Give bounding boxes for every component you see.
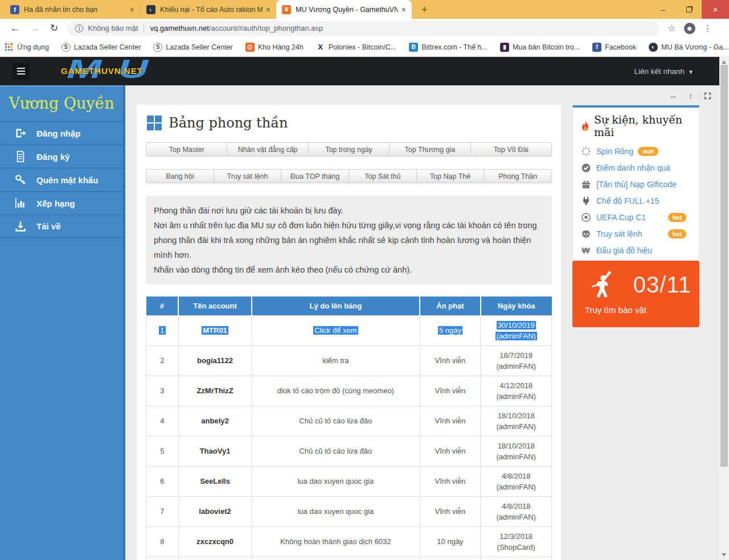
- table-row[interactable]: 3 ZzMrThizZ dlok tố cáo trộm đồ (cùng me…: [146, 376, 552, 406]
- back-icon[interactable]: ←: [10, 23, 20, 34]
- tab-close-icon[interactable]: ×: [130, 5, 134, 14]
- table-row[interactable]: 8 zxczxcqn0 Không hoàn thành giao dịch 6…: [146, 526, 552, 557]
- tab-top-vo-dai[interactable]: Top Võ Đài: [471, 142, 552, 157]
- col-penalty: Án phạt: [420, 297, 481, 315]
- event-nap-giftcode[interactable]: [Tân thủ] Nạp Giftcode: [581, 176, 691, 192]
- ban-reason[interactable]: Chủ cũ tố cáo lừa đảo: [252, 436, 420, 466]
- url-field[interactable]: i Không bảo mật vq.gamethuvn.net/account…: [67, 21, 660, 36]
- tab-phong-than[interactable]: Phong Thần: [484, 169, 552, 183]
- sidebar-item-label: Đăng ký: [36, 152, 69, 162]
- table-row[interactable]: 6 SeeLells lua dao xuyen quoc gia Vĩnh v…: [146, 466, 552, 496]
- bookmark-label: MU Bá Vương - Ga...: [661, 43, 729, 51]
- reload-icon[interactable]: ↻: [50, 22, 58, 34]
- bookmark-facebook[interactable]: f Facebook: [592, 43, 636, 52]
- hamburger-menu-icon[interactable]: [13, 63, 30, 80]
- row-num: 4: [146, 406, 179, 436]
- tab-nhan-vat-dang-cap[interactable]: Nhân vật đẳng cấp: [227, 142, 308, 157]
- table-row[interactable]: 4 anbely2 Chủ cũ tố cáo lừa đảo Vĩnh viễ…: [146, 406, 552, 436]
- scroll-up-icon[interactable]: [722, 60, 726, 64]
- browser-tab-active[interactable]: ♛ MU Vương Quyền - GamethuVN ×: [276, 0, 412, 19]
- tab-top-thuong-gia[interactable]: Top Thương gia: [390, 142, 470, 157]
- fullscreen-icon[interactable]: [699, 91, 716, 100]
- site-logo[interactable]: MU GAMETHUVN.NET: [61, 57, 232, 85]
- event-spin-rong[interactable]: Spin Rồng mới: [581, 143, 691, 159]
- bookmark-muaban[interactable]: ▮ Mua bán Bitcoin tro...: [500, 43, 580, 52]
- penalty: 10 ngày: [420, 526, 481, 557]
- ban-admin: (adminFAN): [497, 362, 536, 370]
- facebook-icon: f: [592, 43, 601, 52]
- ban-reason[interactable]: Tạm khóa: [252, 557, 420, 560]
- ban-reason[interactable]: kiểm tra: [252, 345, 420, 376]
- info-icon[interactable]: i: [75, 24, 83, 32]
- tab-bang-hoi[interactable]: Bang hội: [146, 169, 214, 183]
- bitcoin-icon: ▮: [500, 43, 509, 52]
- browser-tab-1[interactable]: f Ha đã nhắn tin cho bạn ×: [5, 0, 140, 19]
- table-row[interactable]: 1 MTR01 Click để xem 5 ngày 30/10/2019(a…: [146, 315, 552, 345]
- forward-icon[interactable]: →: [30, 23, 40, 34]
- bookmark-apps[interactable]: Ứng dụng: [5, 43, 49, 52]
- tab-top-nap-the[interactable]: Top Nạp Thẻ: [417, 169, 485, 183]
- sidebar-item-ranking[interactable]: Xếp hạng: [0, 191, 123, 215]
- gift-icon: [581, 179, 591, 189]
- new-tab-button[interactable]: +: [416, 2, 432, 18]
- close-button[interactable]: ×: [702, 0, 729, 19]
- account-name: laboviet2: [178, 496, 251, 526]
- events-title-row: Sự kiện, khuyến mãi: [581, 113, 691, 143]
- key-icon: [15, 174, 26, 186]
- bookmark-star-icon[interactable]: ☆: [667, 23, 675, 34]
- scrollbar-thumb[interactable]: [720, 65, 728, 467]
- event-label: Spin Rồng: [596, 147, 633, 156]
- ban-reason[interactable]: Click để xem: [313, 326, 358, 335]
- bookmark-label: Poloniex - Bitcoin/C...: [329, 43, 397, 51]
- treasure-hunt-promo[interactable]: 03/11 Truy tìm bảo vật: [572, 261, 699, 327]
- bookmark-khohang[interactable]: @ Kho Hàng 24h: [245, 43, 304, 52]
- event-uefa-cup[interactable]: UEFA Cup C1 hot: [581, 209, 691, 225]
- table-row[interactable]: 5 ThaoVy1 Chủ cũ tố cáo lừa đảo Vĩnh viễ…: [146, 436, 552, 466]
- top-nav-row-1: Top Master Nhân vật đẳng cấp Top trong n…: [146, 142, 552, 157]
- profile-avatar[interactable]: ☻: [684, 23, 695, 34]
- sidebar-item-forgot-password[interactable]: Quên mật khẩu: [0, 168, 123, 191]
- tab-top-sat-thu[interactable]: Top Sát thủ: [349, 169, 417, 183]
- browser-tab-2[interactable]: ◐ Khiếu nại - Tố cáo Auto rakion M ×: [141, 0, 276, 19]
- event-diem-danh[interactable]: Điểm danh nhận quà: [581, 159, 691, 176]
- bookmark-mubavuong[interactable]: ◐ MU Bá Vương - Ga...: [649, 43, 729, 52]
- sidebar-item-login[interactable]: Đăng nhập: [0, 121, 123, 145]
- tab-top-trong-ngay[interactable]: Top trong ngày: [309, 142, 390, 157]
- browser-menu-icon[interactable]: ⋮: [703, 23, 712, 34]
- event-truy-sat-lenh[interactable]: Truy sát lệnh hot: [581, 225, 691, 242]
- table-row[interactable]: 9 heodatb Tạm khóa Vĩnh viễn 21/8/2017: [146, 557, 552, 560]
- resize-vertical-icon[interactable]: ↕: [682, 91, 699, 100]
- restore-button[interactable]: [676, 0, 702, 19]
- sidebar-item-register[interactable]: Đăng ký: [0, 145, 123, 168]
- sidebar-item-download[interactable]: Tải về: [0, 215, 123, 238]
- tab-close-icon[interactable]: ×: [402, 5, 406, 14]
- table-row[interactable]: 7 laboviet2 lua dao xuyen quoc gia Vĩnh …: [146, 496, 552, 526]
- page-scrollbar[interactable]: [719, 57, 729, 560]
- quick-links-label: Liên kết nhanh: [634, 67, 685, 76]
- ban-reason[interactable]: Không hoàn thành giao dịch 6032: [252, 526, 420, 557]
- tab-truy-sat-lenh[interactable]: Truy sát lệnh: [214, 169, 282, 183]
- page-title-row: Bảng phong thần: [137, 105, 561, 134]
- ban-reason[interactable]: Chủ cũ tố cáo lừa đảo: [252, 406, 420, 436]
- event-che-do-full[interactable]: Chế độ FULL +15: [581, 192, 691, 209]
- resize-horizontal-icon[interactable]: ↔: [665, 91, 682, 100]
- scroll-down-icon[interactable]: [722, 553, 726, 557]
- event-dau-gia[interactable]: ₩ Đấu giá đồ hiệu: [581, 242, 691, 258]
- bookmark-label: Kho Hàng 24h: [258, 43, 304, 51]
- bookmark-lazada-1[interactable]: S Lazada Seller Center: [62, 43, 141, 52]
- events-title: Sự kiện, khuyến mãi: [594, 113, 691, 138]
- bookmark-lazada-2[interactable]: S Lazada Seller Center: [153, 43, 232, 52]
- tab-top-master[interactable]: Top Master: [146, 142, 227, 157]
- tab-dua-top-thang[interactable]: Đua TOP tháng: [281, 169, 349, 183]
- ban-reason[interactable]: dlok tố cáo trộm đồ (cùng meomeo): [252, 376, 420, 406]
- security-label: Không bảo mật: [88, 24, 138, 32]
- ban-reason[interactable]: lua dao xuyen quoc gia: [252, 466, 420, 496]
- table-row[interactable]: 2 bogia1122 kiểm tra Vĩnh viễn 18/7/2019…: [146, 345, 552, 376]
- minimize-button[interactable]: –: [650, 0, 676, 19]
- document-icon: [15, 151, 26, 162]
- ban-reason[interactable]: lua dao xuyen quoc gia: [252, 496, 420, 526]
- bookmark-bittrex[interactable]: B Bittrex.com - Thế h...: [409, 43, 488, 52]
- quick-links-dropdown[interactable]: Liên kết nhanh▼: [634, 67, 694, 76]
- bookmark-poloniex[interactable]: X Poloniex - Bitcoin/C...: [316, 43, 397, 52]
- tab-close-icon[interactable]: ×: [266, 5, 271, 14]
